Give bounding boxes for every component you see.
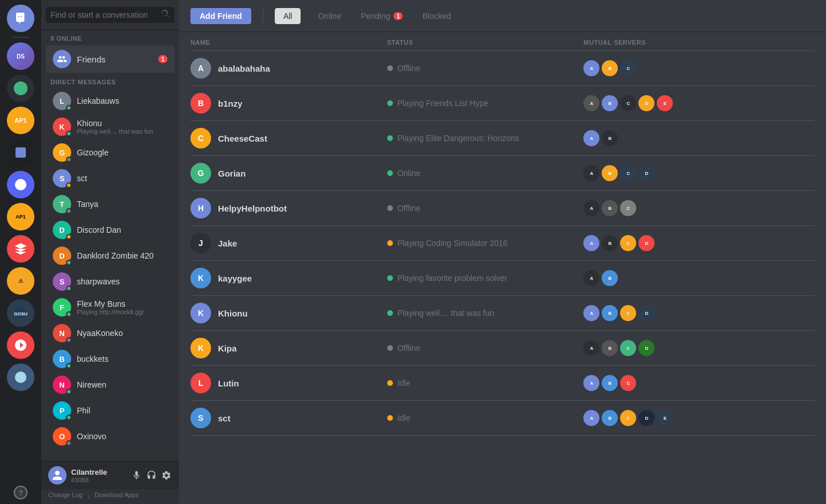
dm-item[interactable]: K Khionu Playing well.... that was fun <box>46 114 174 139</box>
friends-badge: 1 <box>158 55 167 63</box>
dm-avatar-wrap: P <box>53 401 71 420</box>
server-icon-8[interactable]: ⚠ <box>7 267 34 295</box>
pending-badge: 1 <box>393 12 403 20</box>
friend-status-cell: Offline <box>387 204 584 213</box>
dm-status-dot <box>66 260 72 265</box>
dm-avatar-wrap: S <box>53 272 71 291</box>
username: Cilantrelle <box>71 468 126 476</box>
server-icon-3[interactable]: AP1 <box>7 107 34 134</box>
mutual-server-icon: E <box>657 410 673 426</box>
dm-avatar-wrap: B <box>53 350 71 368</box>
deafen-button[interactable] <box>146 470 157 481</box>
search-input-wrapper[interactable] <box>46 7 174 23</box>
server-icon-10[interactable] <box>7 331 34 359</box>
friend-avatar: K <box>190 303 211 323</box>
dm-sub-text: Playing well.... that was fun <box>77 128 167 135</box>
friend-name-cell: K kayygee <box>190 268 387 288</box>
dm-name: Khionu <box>77 119 167 128</box>
server-icon-7[interactable] <box>7 235 34 263</box>
mutual-server-icon: D <box>638 95 654 111</box>
mutual-servers-cell: A B C D <box>583 340 780 356</box>
friend-name-cell: B b1nzy <box>190 93 387 114</box>
friend-row[interactable]: G Gorian Online A B C D <box>190 156 815 191</box>
mutual-server-icon: D <box>638 305 654 321</box>
dm-item[interactable]: N NyaaKoneko <box>46 321 174 346</box>
dm-item[interactable]: L Liekabauws <box>46 88 174 114</box>
dm-avatar-wrap: O <box>53 427 71 446</box>
dm-status-dot <box>66 157 72 162</box>
mutual-servers-cell: A B C D <box>583 305 780 321</box>
dm-item[interactable]: F Flex My Buns Playing http://mocklt.gg/ <box>46 295 174 320</box>
dm-item[interactable]: S sct <box>46 166 174 191</box>
friend-row[interactable]: S sct Idle A B C D E <box>190 401 815 436</box>
tab-all[interactable]: All <box>275 8 301 24</box>
dm-item[interactable]: G Gizoogle <box>46 140 174 165</box>
mutual-servers-cell: A B C <box>583 60 780 76</box>
mutual-server-icon: C <box>620 165 636 181</box>
mutual-server-icon: B <box>602 60 618 76</box>
tab-blocked[interactable]: Blocked <box>414 9 459 24</box>
dm-item[interactable]: P Phil <box>46 398 174 423</box>
server-icon-5[interactable] <box>7 171 34 198</box>
friend-row[interactable]: A abalabahaha Offline A B C <box>190 51 815 86</box>
friend-row[interactable]: B b1nzy Playing Friends List Hype A B C … <box>190 86 815 121</box>
dm-avatar-wrap: D <box>53 221 71 239</box>
friend-status-text: Playing well.... that was fun <box>398 308 494 318</box>
friend-status-dot <box>387 205 393 211</box>
svg-point-0 <box>14 81 28 95</box>
mutual-server-icon: D <box>638 235 654 251</box>
dm-status-dot <box>66 311 72 317</box>
dm-server-icon[interactable] <box>7 5 34 32</box>
mutual-server-icon: A <box>583 305 599 321</box>
friend-avatar: G <box>190 163 211 183</box>
server-icon-11[interactable] <box>7 364 34 391</box>
mutual-servers-cell: A B C <box>583 375 780 391</box>
dm-item[interactable]: T Tanya <box>46 192 174 217</box>
tab-online[interactable]: Online <box>310 9 349 24</box>
tab-pending[interactable]: Pending 1 <box>359 9 406 24</box>
friend-avatar: H <box>190 198 211 218</box>
dm-name: Nirewen <box>77 380 167 389</box>
search-input[interactable] <box>50 10 157 19</box>
server-sidebar: DS AP1 AP1 ⚠ GOSU <box>0 0 41 504</box>
friend-status-cell: Idle <box>387 378 584 388</box>
mutual-server-icon: A <box>583 200 599 216</box>
dm-item[interactable]: D Discord Dan <box>46 217 174 243</box>
dm-item[interactable]: O Oxinovo <box>46 424 174 449</box>
friend-row[interactable]: C CheeseCast Playing Elite Dangerous: Ho… <box>190 121 815 156</box>
friend-row[interactable]: K kayygee Playing favorite problem solve… <box>190 261 815 296</box>
server-icon-9[interactable]: GOSU <box>7 299 34 327</box>
friend-row[interactable]: H HelpyHelpnotbot Offline A B C <box>190 191 815 226</box>
friend-username: Lutin <box>218 378 239 388</box>
user-area: Cilantrelle #3088 <box>41 461 179 489</box>
friend-row[interactable]: K Kipa Offline A B C D <box>190 331 815 366</box>
dm-item[interactable]: S sharpwaves <box>46 269 174 294</box>
mutual-servers-cell: A B C D <box>583 165 780 181</box>
add-friend-button[interactable]: Add Friend <box>190 8 251 24</box>
settings-button[interactable] <box>161 470 172 481</box>
help-button[interactable]: ? <box>14 486 28 499</box>
col-status: STATUS <box>387 39 584 46</box>
friends-nav-item[interactable]: Friends 1 <box>46 45 174 73</box>
server-icon-6[interactable]: AP1 <box>7 203 34 230</box>
mutual-server-icon: A <box>583 235 599 251</box>
server-icon-1[interactable]: DS <box>7 42 34 70</box>
dm-avatar-wrap: T <box>53 195 71 213</box>
friend-row[interactable]: L Lutin Idle A B C <box>190 366 815 401</box>
friend-row[interactable]: J Jake Playing Coding Simulator 2016 A B… <box>190 226 815 261</box>
dm-avatar-wrap: D <box>53 247 71 265</box>
dm-status-dot <box>66 389 72 394</box>
friend-avatar: J <box>190 233 211 253</box>
dm-item[interactable]: D Danklord Zombie 420 <box>46 243 174 268</box>
friend-row[interactable]: K Khionu Playing well.... that was fun A… <box>190 296 815 331</box>
friend-status-text: Idle <box>398 378 411 388</box>
col-actions <box>780 39 815 46</box>
mute-button[interactable] <box>131 470 142 481</box>
friend-avatar: A <box>190 58 211 79</box>
dm-item[interactable]: B buckkets <box>46 346 174 372</box>
server-icon-4[interactable] <box>7 139 34 166</box>
changelog-link[interactable]: Change Log <box>48 491 83 502</box>
server-icon-2[interactable] <box>7 75 34 102</box>
download-apps-link[interactable]: Download Apps <box>95 491 138 502</box>
dm-item[interactable]: N Nirewen <box>46 372 174 397</box>
